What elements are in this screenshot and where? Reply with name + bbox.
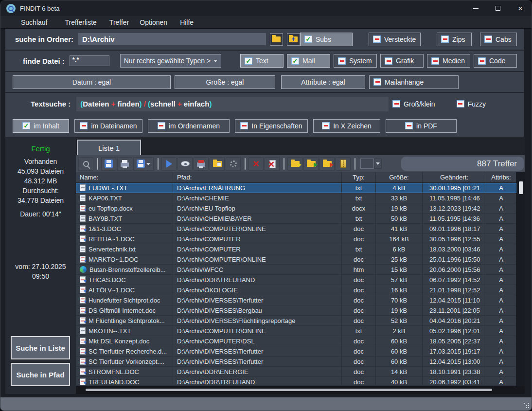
table-row[interactable]: BAY9B.TXTD:\Archiv\CHEMIE\BAYERtxt50 kB1… (76, 214, 516, 224)
column-header-pfad[interactable]: Pfad: (173, 172, 342, 182)
toggle-grafik[interactable]: Grafik (380, 54, 424, 68)
table-row[interactable]: eu Topflop.docxD:\Archiv\EU Topflopdocx1… (76, 203, 516, 214)
column-header-attribs[interactable]: Attribs: (486, 172, 516, 182)
table-row[interactable]: SC Tierfutter Vorkonzept....D:\Archiv\DI… (76, 357, 516, 367)
toggle-cabs[interactable]: Cabs (480, 33, 517, 46)
toggle-zips[interactable]: Zips (437, 33, 472, 46)
toggle-im-dateinamen[interactable]: im Dateinamen (74, 119, 142, 133)
file-type-icon (80, 327, 86, 334)
file-type-icon (80, 286, 86, 293)
print-list-icon[interactable] (117, 157, 132, 171)
column-header-größe[interactable]: Größe: (376, 172, 423, 182)
status-line: 45.093 Dateien (5, 166, 76, 176)
start-search-icon[interactable] (161, 157, 177, 171)
vertical-scrollbar[interactable] (516, 172, 525, 386)
table-row[interactable]: Butan-Brennstoffzellereib...D:\Archiv\WF… (76, 265, 516, 275)
table-row[interactable]: SC Tierfutter Recherche.d...D:\Archiv\DI… (76, 346, 516, 357)
minimize-icon (473, 8, 479, 9)
column-header-geändert[interactable]: Geändert: (423, 172, 486, 182)
toggle-gro-klein[interactable]: Groß/klein (389, 97, 439, 111)
grid-body: FUDWE-.TXTD:\Archiv\ERNÄHRUNGtxt4 kB30.0… (76, 183, 516, 385)
table-row[interactable]: KAP06.TXTD:\Archiv\CHEMIEtxt33 kB11.05.1… (76, 193, 516, 203)
toggle-im-inhalt[interactable]: im Inhalt (13, 119, 69, 133)
filter-button-größe[interactable]: Größe : egal (175, 75, 275, 89)
delete-entry-icon[interactable] (248, 157, 264, 171)
toggle-text[interactable]: Text (240, 54, 284, 68)
toggle-mailanh-nge[interactable]: Mailanhänge (369, 75, 459, 89)
table-row[interactable]: ALTÖLV~1.DOCD:\Archiv\ÖKOLOGIEdoc16 kB21… (76, 285, 516, 295)
maximize-button[interactable] (487, 0, 509, 16)
resize-grip-icon[interactable] (524, 403, 529, 408)
preview-icon[interactable] (177, 157, 193, 171)
table-row[interactable]: MARKTO~1.DOCD:\Archiv\COMPUTER\ONLINEdoc… (76, 254, 516, 265)
print-preview-icon[interactable] (194, 157, 209, 171)
vertical-scrollbar-thumb[interactable] (519, 181, 523, 194)
menu-item-suchlauf[interactable]: Suchlauf (21, 18, 47, 26)
table-row[interactable]: THCAS.DOCD:\Archiv\DDR\TREUHANDdoc57 kB0… (76, 275, 516, 285)
export-files-icon[interactable] (319, 157, 335, 171)
toggle-mail[interactable]: Mail (287, 54, 330, 68)
tab-liste-1[interactable]: Liste 1 (77, 140, 141, 155)
settings-icon[interactable] (226, 157, 241, 171)
file-type-icon (80, 348, 86, 355)
table-row[interactable]: DS Giftmüll Internet.docD:\Archiv\DIVERS… (76, 305, 516, 316)
file-pattern-input[interactable]: *.* (70, 55, 109, 66)
folder-path-input[interactable]: D:\Archiv (78, 33, 266, 45)
zip-files-icon[interactable] (336, 157, 351, 171)
minimize-button[interactable] (464, 0, 487, 16)
search-in-list-button[interactable]: Suche in Liste (11, 336, 70, 359)
toggle-versteckte[interactable]: Versteckte (369, 33, 421, 46)
table-row[interactable]: 1&1-3.DOCD:\Archiv\COMPUTER\ONLINEdoc41 … (76, 224, 516, 234)
toggle-im-ordnernamen[interactable]: im Ordnernamen (148, 119, 230, 133)
menu-item-trefferliste[interactable]: Trefferliste (65, 18, 96, 26)
horizontal-scrollbar[interactable] (76, 386, 525, 394)
save-list-icon[interactable] (101, 157, 116, 171)
history-combo[interactable] (360, 159, 382, 169)
maximize-icon (496, 6, 500, 11)
menu-item-treffer[interactable]: Treffer (109, 18, 129, 26)
type-filter-dropdown[interactable]: Nur rechts gewählte Typen > (120, 54, 221, 68)
search-query-input[interactable]: (Dateien + finden) / (schnell + einfach) (76, 97, 389, 111)
table-row[interactable]: Hundefutter Sichtprot.docD:\Archiv\DIVER… (76, 295, 516, 305)
horizontal-scrollbar-thumb[interactable] (86, 389, 492, 391)
table-row[interactable]: TREUHAND.DOCD:\Archiv\DDR\TREUHANDdoc40 … (76, 377, 516, 385)
toggle-in-x-zeichen[interactable]: In X Zeichen (313, 119, 380, 133)
table-row[interactable]: M Flüchtlinge Sichtprotok...D:\Archiv\DI… (76, 316, 516, 326)
title-bar[interactable]: FINDIT 6 beta × (0, 0, 532, 16)
find-window-icon[interactable] (78, 157, 93, 171)
add-folder-button[interactable] (287, 33, 300, 46)
text-search-row: Textsuche : (Dateien + finden) / (schnel… (5, 93, 524, 115)
browse-folder-button[interactable] (270, 33, 283, 46)
toggle-fuzzy[interactable]: Fuzzy (453, 97, 490, 111)
close-button[interactable]: × (509, 0, 532, 16)
search-folder-label: suche in Ordner: (15, 35, 73, 43)
search-in-path-button[interactable]: Suche in Pfad (11, 363, 70, 386)
toggle-in-eigenschaften[interactable]: In Eigenschaften (235, 119, 308, 133)
results-grid: Name:Pfad:Typ:Größe:Geändert:Attribs: FU… (76, 172, 525, 386)
menu-item-hilfe[interactable]: Hilfe (180, 18, 194, 26)
column-header-name[interactable]: Name: (76, 172, 173, 182)
status-line: Durchsucht: (5, 186, 76, 196)
filter-button-attribute[interactable]: Attribute : egal (281, 75, 365, 89)
toggle-subs[interactable]: Subs (300, 33, 353, 46)
toggle-system[interactable]: System (334, 54, 377, 68)
toolbar-separator (355, 158, 355, 170)
open-folder-icon[interactable] (210, 157, 225, 171)
table-row[interactable]: STROMFNL.DOCD:\Archiv\DDR\ENERGIEdoc14 k… (76, 367, 516, 377)
copy-files-icon[interactable] (287, 157, 302, 171)
table-row[interactable]: REITHA~1.DOCD:\Archiv\COMPUTERdoc164 kB3… (76, 234, 516, 244)
table-row[interactable]: MKOTIN--.TXTD:\Archiv\COMPUTER\ONLINEtxt… (76, 326, 516, 336)
toggle-in-pdf[interactable]: in PDF (386, 119, 457, 133)
filter-button-datum[interactable]: Datum : egal (13, 75, 171, 89)
table-row[interactable]: FUDWE-.TXTD:\Archiv\ERNÄHRUNGtxt4 kB30.0… (76, 183, 516, 193)
column-header-typ[interactable]: Typ: (342, 172, 376, 182)
toggle-medien[interactable]: Medien (427, 54, 470, 68)
table-row[interactable]: Mkt DSL Konzept.docD:\Archiv\COMPUTER\DS… (76, 336, 516, 346)
delete-list-icon[interactable] (265, 157, 280, 171)
table-row[interactable]: Servertechnik.txtD:\Archiv\COMPUTERtxt6 … (76, 244, 516, 254)
move-files-icon[interactable] (303, 157, 319, 171)
save-as-icon[interactable] (133, 157, 154, 171)
menu-item-optionen[interactable]: Optionen (140, 18, 167, 26)
file-type-icon (80, 205, 86, 212)
toggle-code[interactable]: Code (474, 54, 517, 68)
